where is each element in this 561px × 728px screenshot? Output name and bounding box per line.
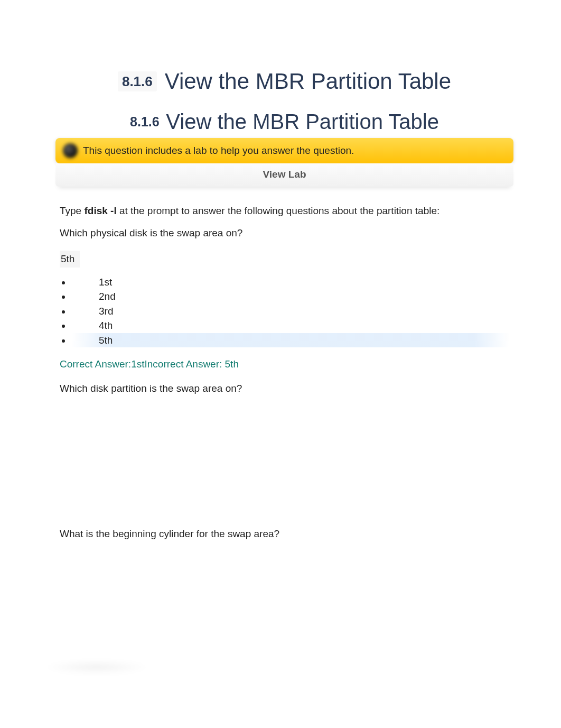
content-area: Type fdisk -l at the prompt to answer th… <box>40 187 529 675</box>
view-lab-button[interactable]: View Lab <box>55 163 513 187</box>
page-subtitle: 8.1.6 View the MBR Partition Table <box>40 110 529 134</box>
question-2-text: Which disk partition is the swap area on… <box>60 381 509 396</box>
option-label: 3rd <box>71 304 113 319</box>
blank-spacer <box>60 403 509 519</box>
option-label: 1st <box>71 275 112 290</box>
list-item[interactable]: 5th <box>71 333 509 348</box>
selected-answer: 5th <box>60 251 80 268</box>
page-title-text: View the MBR Partition Table <box>165 69 451 94</box>
instruction-prefix: Type <box>60 205 84 216</box>
subtitle-text: View the MBR Partition Table <box>166 110 439 133</box>
command-text: fdisk -l <box>84 205 116 216</box>
instruction-text: Type fdisk -l at the prompt to answer th… <box>60 204 509 218</box>
instruction-suffix: at the prompt to answer the following qu… <box>117 205 440 216</box>
blur-artifact <box>44 660 149 675</box>
lab-notice-text: This question includes a lab to help you… <box>83 145 354 156</box>
question-1-text: Which physical disk is the swap area on? <box>60 226 509 241</box>
answer-options-list: 1st 2nd 3rd 4th 5th <box>60 275 509 348</box>
question-3-text: What is the beginning cylinder for the s… <box>60 527 509 541</box>
page-title: 8.1.6 View the MBR Partition Table <box>40 69 529 94</box>
option-label: 5th <box>71 333 113 348</box>
list-item[interactable]: 2nd <box>71 289 509 304</box>
subtitle-number: 8.1.6 <box>130 114 160 129</box>
section-number-badge: 8.1.6 <box>118 71 157 91</box>
blank-spacer <box>60 549 509 644</box>
lab-notice-banner: This question includes a lab to help you… <box>55 138 513 163</box>
list-item[interactable]: 4th <box>71 318 509 333</box>
option-label: 2nd <box>71 289 116 304</box>
option-label: 4th <box>71 318 113 333</box>
list-item[interactable]: 1st <box>71 275 509 290</box>
lab-icon <box>63 143 78 158</box>
list-item[interactable]: 3rd <box>71 304 509 319</box>
answer-feedback: Correct Answer:1stIncorrect Answer: 5th <box>60 357 509 372</box>
